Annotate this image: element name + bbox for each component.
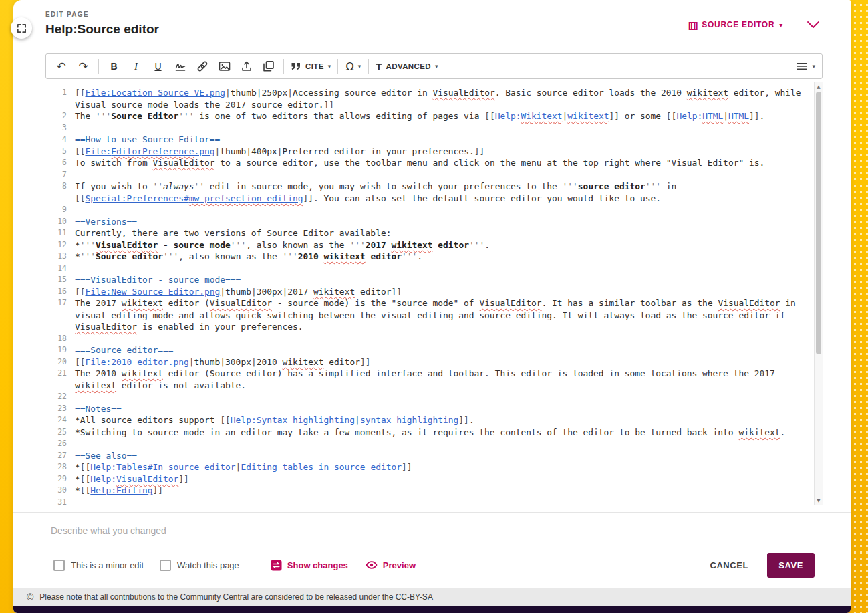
line-content: ==How to use Source Editor== (67, 134, 814, 146)
editor-line-8[interactable]: 8If you wish to ''always'' edit in sourc… (45, 180, 814, 204)
italic-button[interactable]: I (125, 55, 147, 77)
header-right: [[]] SOURCE EDITOR ▾ (688, 16, 821, 33)
editor-line-3[interactable]: 3 (45, 122, 814, 134)
redo-button[interactable]: ↷ (72, 55, 94, 77)
editor-line-5[interactable]: 5[[File:EditorPreference.png|thumb|400px… (45, 146, 814, 158)
chevron-down-icon (807, 21, 820, 29)
cancel-button[interactable]: CANCEL (710, 560, 748, 570)
editor-options-menu[interactable]: ▾ (793, 55, 818, 77)
show-changes-button[interactable]: Show changes (271, 560, 348, 571)
scrollbar-thumb[interactable] (816, 92, 821, 354)
scroll-down-arrow[interactable]: ▼ (815, 496, 823, 505)
line-content: *All source editors support [[Help:Synta… (67, 414, 814, 426)
line-number: 5 (45, 146, 67, 158)
line-number: 1 (45, 87, 67, 99)
action-bar: This is a minor edit Watch this page Sho… (13, 549, 851, 580)
hamburger-menu-icon (796, 60, 808, 72)
editor-line-14[interactable]: 14 (45, 263, 814, 275)
editor-line-13[interactable]: 13*'''Source editor''', also known as th… (45, 251, 814, 263)
bold-button[interactable]: B (103, 55, 125, 77)
editor-line-23[interactable]: 23==Notes== (45, 403, 814, 415)
editor-line-11[interactable]: 11Currently, there are two versions of S… (45, 227, 814, 239)
editor-line-15[interactable]: 15===VisualEditor - source mode=== (45, 274, 814, 286)
minor-edit-label: This is a minor edit (71, 560, 144, 570)
divider (794, 16, 794, 33)
editor-line-1[interactable]: 1[[File:Location Source VE.png|thumb|250… (45, 87, 814, 110)
line-content: *[[Help:Tables#In source editor|Editing … (67, 461, 814, 473)
editor-line-31[interactable]: 31 (45, 497, 814, 506)
editor-mode-dropdown[interactable]: [[]] SOURCE EDITOR ▾ (688, 20, 783, 30)
editor-line-22[interactable]: 22 (45, 391, 814, 403)
line-content (67, 263, 814, 275)
minor-edit-checkbox[interactable] (53, 560, 65, 571)
line-content (67, 122, 814, 134)
editor-line-28[interactable]: 28*[[Help:Tables#In source editor|Editin… (45, 461, 814, 473)
link-button[interactable] (191, 55, 213, 77)
editor-line-16[interactable]: 16[[File:New Source Editor.png|thumb|300… (45, 286, 814, 298)
chevron-down-icon: ▾ (435, 63, 438, 70)
advanced-dropdown[interactable]: T ADVANCED ▾ (373, 55, 440, 77)
editor-line-19[interactable]: 19===Source editor=== (45, 344, 814, 356)
editor-scrollbar[interactable]: ▲ ▼ (814, 82, 823, 505)
editor-line-25[interactable]: 25*Switching to source mode in an editor… (45, 426, 814, 439)
editor-line-21[interactable]: 21The 2010 wikitext editor (Source edito… (45, 368, 814, 391)
editor-line-2[interactable]: 2The '''Source Editor''' is one of two e… (45, 110, 814, 122)
watch-page-checkbox[interactable] (160, 560, 171, 571)
signature-icon (174, 60, 186, 72)
watch-page-option[interactable]: Watch this page (160, 560, 239, 571)
scroll-up-arrow[interactable]: ▲ (815, 82, 823, 91)
template-button[interactable] (257, 55, 279, 77)
editor-line-29[interactable]: 29*[[Help:VisualEditor]] (45, 473, 814, 485)
source-editor-area[interactable]: 1[[File:Location Source VE.png|thumb|250… (45, 82, 823, 505)
underline-button[interactable]: U (147, 55, 169, 77)
edit-summary-input[interactable] (45, 523, 823, 539)
line-content: [[File:2010 editor.png|thumb|300px|2010 … (67, 356, 814, 368)
underline-icon: U (154, 61, 161, 72)
insert-image-button[interactable] (213, 55, 235, 77)
editor-line-27[interactable]: 27==See also== (45, 450, 814, 462)
quote-icon (291, 62, 301, 71)
edit-summary-bar (13, 512, 851, 549)
special-characters-dropdown[interactable]: Ω ▾ (342, 55, 364, 77)
preview-button[interactable]: Preview (366, 560, 416, 570)
text-style-icon: T (376, 61, 382, 72)
editor-line-12[interactable]: 12*'''VisualEditor - source mode''', als… (45, 239, 814, 251)
line-number: 16 (45, 286, 67, 298)
undo-button[interactable]: ↶ (50, 55, 72, 77)
advanced-label: ADVANCED (386, 62, 432, 70)
editor-line-6[interactable]: 6To switch from VisualEditor to a source… (45, 157, 814, 169)
line-content: Currently, there are two versions of Sou… (67, 227, 814, 239)
save-button[interactable]: SAVE (767, 553, 815, 578)
line-content: The 2010 wikitext editor (Source editor)… (67, 368, 814, 391)
editor-line-10[interactable]: 10==Versions== (45, 216, 814, 228)
editor-line-18[interactable]: 18 (45, 333, 814, 345)
editor-line-26[interactable]: 26 (45, 438, 814, 450)
editor-line-17[interactable]: 17The 2017 wikitext editor (VisualEditor… (45, 297, 814, 333)
collapse-editor-button[interactable] (805, 19, 821, 31)
editor-line-20[interactable]: 20[[File:2010 editor.png|thumb|300px|201… (45, 356, 814, 368)
source-editor-textarea[interactable]: 1[[File:Location Source VE.png|thumb|250… (45, 82, 814, 505)
line-content: *'''VisualEditor - source mode''', also … (67, 239, 814, 251)
line-content (67, 497, 814, 506)
toolbar-divider (98, 59, 99, 74)
toolbar-divider (368, 59, 369, 74)
editor-line-9[interactable]: 9 (45, 204, 814, 216)
upload-button[interactable] (235, 55, 257, 77)
line-number: 28 (45, 461, 67, 473)
editor-line-4[interactable]: 4==How to use Source Editor== (45, 134, 814, 146)
editor-line-30[interactable]: 30*[[Help:Editing]] (45, 485, 814, 497)
line-content: [[File:New Source Editor.png|thumb|300px… (67, 286, 814, 298)
toolbar-divider (337, 59, 338, 74)
signature-button[interactable] (169, 55, 191, 77)
editor-line-7[interactable]: 7 (45, 169, 814, 181)
editor-header: EDIT PAGE Help:Source editor [[]] SOURCE… (13, 0, 851, 52)
minor-edit-option[interactable]: This is a minor edit (53, 560, 144, 571)
line-number: 30 (45, 485, 67, 497)
eye-icon (366, 560, 378, 570)
show-changes-icon (271, 560, 282, 571)
license-notice-bar: © Please note that all contributions to … (13, 588, 851, 606)
fullscreen-button[interactable] (11, 17, 32, 39)
editor-line-24[interactable]: 24*All source editors support [[Help:Syn… (45, 414, 814, 426)
cite-dropdown[interactable]: CITE ▾ (288, 55, 333, 77)
line-number: 21 (45, 368, 67, 380)
